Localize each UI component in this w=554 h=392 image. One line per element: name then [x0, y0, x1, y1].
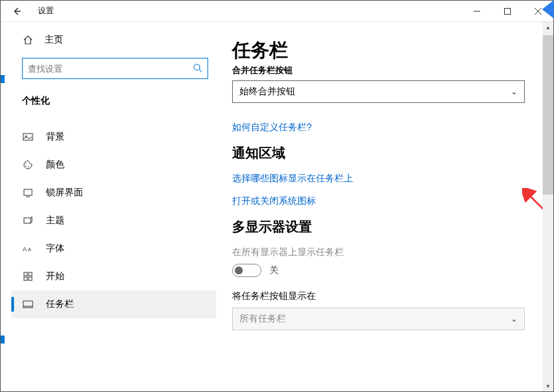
back-button[interactable]	[1, 1, 33, 22]
minimize-button[interactable]	[462, 1, 492, 22]
left-edge-strip	[1, 22, 11, 391]
combine-dropdown-value: 始终合并按钮	[239, 86, 511, 98]
search-icon	[193, 63, 202, 74]
notification-area-header: 通知区域	[232, 144, 532, 162]
sidebar: 主页 个性化 背景 颜色 锁屏	[11, 22, 216, 391]
sidebar-item-label: 主题	[46, 215, 65, 227]
chevron-down-icon: ⌄	[511, 87, 517, 96]
sidebar-item-label: 锁屏界面	[46, 187, 83, 199]
sidebar-item-fonts[interactable]: AA 字体	[11, 235, 216, 262]
sidebar-item-label: 字体	[46, 243, 65, 254]
toggle-state-label: 关	[269, 264, 279, 276]
window-controls	[462, 1, 553, 22]
home-link[interactable]: 主页	[11, 27, 216, 52]
svg-point-9	[25, 165, 27, 167]
select-icons-link[interactable]: 选择哪些图标显示在任务栏上	[232, 173, 532, 185]
content-area: 主页 个性化 背景 颜色 锁屏	[1, 22, 553, 391]
combine-label: 合并任务栏按钮	[232, 64, 532, 76]
sidebar-item-label: 任务栏	[46, 298, 74, 310]
svg-point-8	[25, 163, 27, 164]
window-title: 设置	[33, 5, 462, 17]
sidebar-item-label: 开始	[46, 270, 65, 282]
sidebar-item-themes[interactable]: 主题	[11, 207, 216, 235]
svg-rect-16	[24, 272, 27, 276]
svg-rect-11	[24, 189, 32, 195]
picture-icon	[22, 131, 34, 143]
arrow-left-icon	[11, 6, 22, 17]
home-label: 主页	[45, 34, 63, 46]
edge-accent-1	[1, 75, 5, 83]
system-icons-link[interactable]: 打开或关闭系统图标	[232, 195, 532, 207]
sidebar-section-title: 个性化	[11, 84, 216, 112]
svg-line-5	[200, 69, 202, 72]
minimize-icon	[474, 8, 480, 15]
multi-display-header: 多显示器设置	[232, 218, 532, 236]
show-buttons-label: 将任务栏按钮显示在	[232, 290, 532, 302]
show-buttons-dropdown[interactable]: 所有任务栏 ⌄	[232, 308, 525, 330]
page-title: 任务栏	[232, 38, 532, 63]
main-panel: 任务栏 合并任务栏按钮 始终合并按钮 ⌄ 如何自定义任务栏? 通知区域 选择哪些…	[216, 22, 553, 391]
edge-accent-2	[1, 336, 5, 343]
sidebar-item-label: 颜色	[46, 159, 65, 171]
svg-rect-18	[24, 277, 27, 280]
sidebar-item-taskbar[interactable]: 任务栏	[11, 290, 216, 318]
palette-icon	[22, 159, 34, 171]
svg-rect-19	[29, 277, 32, 280]
show-buttons-value: 所有任务栏	[239, 313, 511, 325]
svg-text:A: A	[28, 247, 31, 252]
maximize-icon	[504, 8, 511, 15]
sidebar-item-background[interactable]: 背景	[11, 123, 216, 151]
combine-dropdown[interactable]: 始终合并按钮 ⌄	[232, 80, 525, 103]
scrollbar-thumb[interactable]	[543, 35, 553, 195]
svg-rect-1	[505, 8, 511, 14]
fonts-icon: AA	[22, 243, 34, 254]
svg-rect-17	[29, 272, 32, 276]
titlebar: 设置	[1, 1, 553, 22]
svg-text:A: A	[23, 246, 27, 252]
sidebar-item-colors[interactable]: 颜色	[11, 151, 216, 179]
search-input[interactable]	[28, 64, 193, 74]
close-icon	[535, 8, 541, 15]
sidebar-item-label: 背景	[46, 131, 65, 143]
lockscreen-icon	[22, 187, 34, 199]
customize-taskbar-link[interactable]: 如何自定义任务栏?	[232, 122, 532, 134]
scroll-down-arrow[interactable]: ▼	[543, 381, 553, 391]
show-all-toggle[interactable]	[232, 264, 261, 277]
svg-point-10	[28, 166, 29, 167]
search-container	[11, 52, 216, 84]
chevron-down-icon: ⌄	[511, 314, 517, 324]
vertical-scrollbar[interactable]: ▲ ▼	[543, 22, 553, 391]
svg-rect-6	[23, 134, 33, 140]
maximize-button[interactable]	[492, 1, 523, 22]
show-all-displays-label: 在所有显示器上显示任务栏	[232, 246, 532, 258]
show-all-toggle-row: 关	[232, 264, 532, 277]
toggle-knob	[235, 266, 243, 274]
themes-icon	[22, 215, 34, 227]
svg-point-4	[194, 64, 200, 70]
settings-window: 设置 主页	[0, 0, 554, 392]
taskbar-icon	[22, 298, 34, 310]
sidebar-item-start[interactable]: 开始	[11, 262, 216, 290]
home-icon	[22, 34, 34, 46]
search-input-box[interactable]	[22, 58, 208, 79]
start-icon	[22, 270, 34, 282]
svg-rect-13	[24, 218, 31, 223]
scroll-up-arrow[interactable]: ▲	[543, 22, 553, 33]
sidebar-item-lockscreen[interactable]: 锁屏界面	[11, 179, 216, 207]
